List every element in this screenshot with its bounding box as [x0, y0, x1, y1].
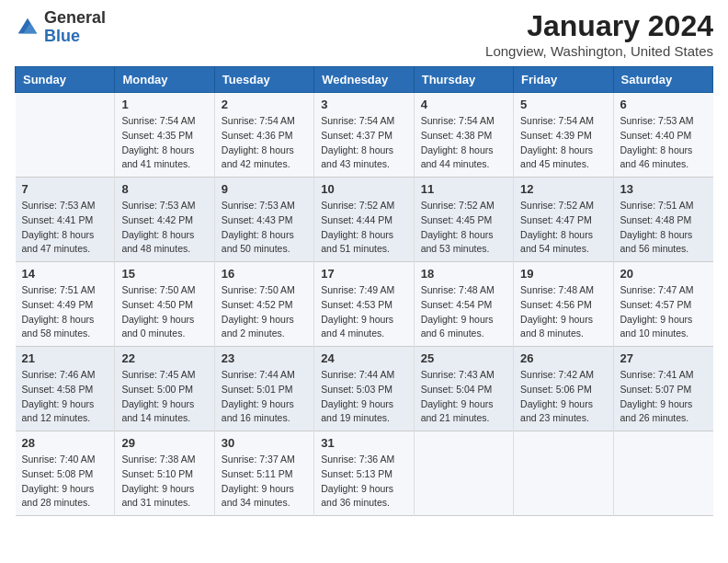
calendar-week-row: 14Sunrise: 7:51 AMSunset: 4:49 PMDayligh…	[16, 262, 713, 347]
calendar-cell: 18Sunrise: 7:48 AMSunset: 4:54 PMDayligh…	[414, 262, 513, 347]
day-of-week-header: Wednesday	[314, 67, 414, 93]
day-number: 31	[321, 436, 406, 450]
calendar-cell: 29Sunrise: 7:38 AMSunset: 5:10 PMDayligh…	[115, 431, 214, 516]
calendar-header-row: SundayMondayTuesdayWednesdayThursdayFrid…	[16, 67, 713, 93]
day-info: Sunrise: 7:41 AMSunset: 5:07 PMDaylight:…	[620, 368, 707, 426]
day-number: 4	[421, 98, 506, 111]
day-of-week-header: Saturday	[613, 67, 712, 93]
day-number: 29	[121, 436, 207, 450]
day-info: Sunrise: 7:53 AMSunset: 4:42 PMDaylight:…	[121, 199, 207, 257]
calendar-cell: 23Sunrise: 7:44 AMSunset: 5:01 PMDayligh…	[214, 347, 313, 431]
calendar-cell: 28Sunrise: 7:40 AMSunset: 5:08 PMDayligh…	[16, 431, 115, 516]
calendar-cell: 11Sunrise: 7:52 AMSunset: 4:45 PMDayligh…	[414, 178, 513, 262]
day-number: 17	[321, 267, 406, 281]
day-number: 11	[421, 182, 506, 196]
day-number: 12	[520, 182, 606, 196]
logo-icon	[15, 15, 40, 40]
day-number: 9	[222, 182, 307, 196]
day-of-week-header: Monday	[115, 67, 214, 93]
logo-blue-text: Blue	[44, 27, 80, 45]
day-info: Sunrise: 7:38 AMSunset: 5:10 PMDaylight:…	[121, 453, 207, 511]
day-number: 19	[520, 267, 606, 281]
day-of-week-header: Sunday	[16, 67, 115, 93]
title-block: January 2024 Longview, Washington, Unite…	[485, 9, 713, 59]
calendar-cell: 19Sunrise: 7:48 AMSunset: 4:56 PMDayligh…	[514, 262, 613, 347]
logo: General Blue	[15, 9, 106, 46]
calendar-cell: 9Sunrise: 7:53 AMSunset: 4:43 PMDaylight…	[214, 178, 313, 262]
day-number: 18	[421, 267, 506, 281]
calendar-cell: 4Sunrise: 7:54 AMSunset: 4:38 PMDaylight…	[414, 93, 513, 178]
location: Longview, Washington, United States	[485, 43, 713, 59]
day-info: Sunrise: 7:53 AMSunset: 4:41 PMDaylight:…	[22, 199, 108, 257]
calendar-cell: 7Sunrise: 7:53 AMSunset: 4:41 PMDaylight…	[16, 178, 115, 262]
day-info: Sunrise: 7:48 AMSunset: 4:56 PMDaylight:…	[520, 283, 606, 341]
calendar-cell	[613, 431, 712, 516]
calendar-cell	[514, 431, 613, 516]
calendar-cell: 10Sunrise: 7:52 AMSunset: 4:44 PMDayligh…	[314, 178, 414, 262]
calendar-cell: 24Sunrise: 7:44 AMSunset: 5:03 PMDayligh…	[314, 347, 414, 431]
day-info: Sunrise: 7:47 AMSunset: 4:57 PMDaylight:…	[620, 283, 707, 341]
day-number: 13	[620, 182, 707, 196]
day-info: Sunrise: 7:54 AMSunset: 4:39 PMDaylight:…	[520, 114, 606, 172]
day-info: Sunrise: 7:36 AMSunset: 5:13 PMDaylight:…	[321, 453, 406, 511]
calendar-week-row: 7Sunrise: 7:53 AMSunset: 4:41 PMDaylight…	[16, 178, 713, 262]
calendar-week-row: 21Sunrise: 7:46 AMSunset: 4:58 PMDayligh…	[16, 347, 713, 431]
day-number: 10	[321, 182, 406, 196]
month-title: January 2024	[485, 9, 713, 43]
calendar-cell: 14Sunrise: 7:51 AMSunset: 4:49 PMDayligh…	[16, 262, 115, 347]
calendar-cell	[414, 431, 513, 516]
calendar-cell: 16Sunrise: 7:50 AMSunset: 4:52 PMDayligh…	[214, 262, 313, 347]
calendar-cell: 15Sunrise: 7:50 AMSunset: 4:50 PMDayligh…	[115, 262, 214, 347]
day-info: Sunrise: 7:51 AMSunset: 4:48 PMDaylight:…	[620, 199, 707, 257]
day-number: 30	[222, 436, 307, 450]
calendar-cell: 22Sunrise: 7:45 AMSunset: 5:00 PMDayligh…	[115, 347, 214, 431]
day-info: Sunrise: 7:53 AMSunset: 4:43 PMDaylight:…	[222, 199, 307, 257]
day-info: Sunrise: 7:50 AMSunset: 4:50 PMDaylight:…	[121, 283, 207, 341]
day-number: 8	[121, 182, 207, 196]
calendar-cell: 6Sunrise: 7:53 AMSunset: 4:40 PMDaylight…	[613, 93, 712, 178]
day-info: Sunrise: 7:45 AMSunset: 5:00 PMDaylight:…	[121, 368, 207, 426]
calendar-table: SundayMondayTuesdayWednesdayThursdayFrid…	[15, 66, 713, 516]
calendar-cell: 20Sunrise: 7:47 AMSunset: 4:57 PMDayligh…	[613, 262, 712, 347]
day-number: 25	[421, 351, 506, 365]
day-info: Sunrise: 7:52 AMSunset: 4:44 PMDaylight:…	[321, 199, 406, 257]
day-info: Sunrise: 7:42 AMSunset: 5:06 PMDaylight:…	[520, 368, 606, 426]
calendar-week-row: 1Sunrise: 7:54 AMSunset: 4:35 PMDaylight…	[16, 93, 713, 178]
day-info: Sunrise: 7:43 AMSunset: 5:04 PMDaylight:…	[421, 368, 506, 426]
calendar-cell: 27Sunrise: 7:41 AMSunset: 5:07 PMDayligh…	[613, 347, 712, 431]
day-number: 5	[520, 98, 606, 111]
day-info: Sunrise: 7:37 AMSunset: 5:11 PMDaylight:…	[222, 453, 307, 511]
calendar-cell: 2Sunrise: 7:54 AMSunset: 4:36 PMDaylight…	[214, 93, 313, 178]
day-info: Sunrise: 7:54 AMSunset: 4:36 PMDaylight:…	[222, 114, 307, 172]
day-number: 20	[620, 267, 707, 281]
day-info: Sunrise: 7:54 AMSunset: 4:35 PMDaylight:…	[121, 114, 207, 172]
calendar-cell: 17Sunrise: 7:49 AMSunset: 4:53 PMDayligh…	[314, 262, 414, 347]
calendar-cell: 13Sunrise: 7:51 AMSunset: 4:48 PMDayligh…	[613, 178, 712, 262]
day-of-week-header: Tuesday	[214, 67, 313, 93]
day-number: 7	[22, 182, 108, 196]
day-info: Sunrise: 7:50 AMSunset: 4:52 PMDaylight:…	[222, 283, 307, 341]
calendar-cell: 25Sunrise: 7:43 AMSunset: 5:04 PMDayligh…	[414, 347, 513, 431]
day-info: Sunrise: 7:54 AMSunset: 4:38 PMDaylight:…	[421, 114, 506, 172]
day-info: Sunrise: 7:54 AMSunset: 4:37 PMDaylight:…	[321, 114, 406, 172]
day-info: Sunrise: 7:52 AMSunset: 4:47 PMDaylight:…	[520, 199, 606, 257]
day-info: Sunrise: 7:40 AMSunset: 5:08 PMDaylight:…	[22, 453, 108, 511]
header: General Blue January 2024 Longview, Wash…	[15, 9, 713, 59]
day-number: 1	[121, 98, 207, 111]
day-info: Sunrise: 7:52 AMSunset: 4:45 PMDaylight:…	[421, 199, 506, 257]
day-number: 27	[620, 351, 707, 365]
day-of-week-header: Thursday	[414, 67, 513, 93]
calendar-cell: 8Sunrise: 7:53 AMSunset: 4:42 PMDaylight…	[115, 178, 214, 262]
day-number: 2	[222, 98, 307, 111]
day-number: 3	[321, 98, 406, 111]
day-info: Sunrise: 7:48 AMSunset: 4:54 PMDaylight:…	[421, 283, 506, 341]
calendar-cell: 21Sunrise: 7:46 AMSunset: 4:58 PMDayligh…	[16, 347, 115, 431]
calendar-cell	[16, 93, 115, 178]
calendar-week-row: 28Sunrise: 7:40 AMSunset: 5:08 PMDayligh…	[16, 431, 713, 516]
day-info: Sunrise: 7:46 AMSunset: 4:58 PMDaylight:…	[22, 368, 108, 426]
day-info: Sunrise: 7:51 AMSunset: 4:49 PMDaylight:…	[22, 283, 108, 341]
calendar-cell: 3Sunrise: 7:54 AMSunset: 4:37 PMDaylight…	[314, 93, 414, 178]
calendar-cell: 12Sunrise: 7:52 AMSunset: 4:47 PMDayligh…	[514, 178, 613, 262]
day-number: 15	[121, 267, 207, 281]
day-number: 22	[121, 351, 207, 365]
